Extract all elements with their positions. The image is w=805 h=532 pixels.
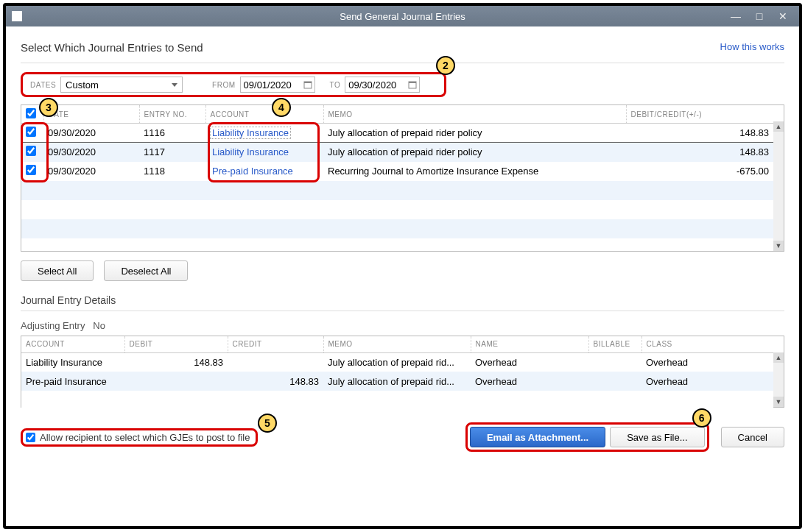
cell-memo: July allocation of prepaid rid... [323, 372, 471, 391]
allow-recipient-row: Allow recipient to select which GJEs to … [21, 428, 258, 447]
annotation-4: 4 [272, 98, 291, 117]
scrollbar[interactable]: ▲ ▼ [773, 121, 784, 251]
col-name[interactable]: NAME [471, 336, 588, 352]
col-class[interactable]: CLASS [641, 336, 773, 352]
cell-amount: -675.00 [626, 162, 773, 181]
cell-billable [588, 372, 641, 391]
annotation-3: 3 [39, 98, 58, 117]
from-date-field[interactable] [240, 77, 315, 93]
maximize-icon[interactable]: □ [750, 10, 768, 23]
table-row[interactable]: 09/30/2020 1116 Liability Insurance July… [21, 124, 773, 143]
save-as-file-button[interactable]: Save as File... [610, 427, 704, 447]
row-checkbox[interactable] [26, 165, 36, 175]
from-label: FROM [208, 81, 239, 89]
annotation-2: 2 [436, 56, 455, 75]
cell-credit: 148.83 [228, 372, 323, 391]
entries-table: DATE ENTRY NO. ACCOUNT MEMO DEBIT/CREDIT… [21, 104, 784, 252]
scroll-up-icon[interactable]: ▲ [773, 121, 784, 132]
table-row[interactable]: Liability Insurance 148.83 July allocati… [21, 352, 773, 372]
table-row[interactable] [21, 391, 773, 410]
account-link[interactable]: Pre-paid Insurance [210, 165, 295, 177]
cell-memo: July allocation of prepaid rider policy [323, 124, 626, 143]
table-row[interactable]: 09/30/2020 1118 Pre-paid Insurance Recur… [21, 162, 773, 181]
col-account[interactable]: ACCOUNT [21, 336, 124, 352]
account-link[interactable]: Liability Insurance [210, 146, 291, 158]
titlebar: Send General Journal Entries — □ ✕ [6, 6, 799, 26]
table-row[interactable] [21, 181, 773, 200]
annotation-6: 6 [692, 408, 711, 428]
page-title: Select Which Journal Entries to Send [21, 41, 784, 54]
cell-class: Overhead [641, 372, 773, 391]
send-buttons-group: Email as Attachment... Save as File... 6 [465, 422, 709, 452]
annotation-5: 5 [258, 414, 277, 433]
cell-memo: July allocation of prepaid rider policy [323, 143, 626, 162]
adj-value: No [93, 320, 105, 331]
table-row[interactable] [21, 219, 773, 238]
close-icon[interactable]: ✕ [774, 10, 792, 23]
svg-rect-1 [304, 82, 312, 83]
to-label: TO [326, 81, 345, 89]
svg-rect-3 [409, 82, 416, 83]
col-credit[interactable]: CREDIT [228, 336, 323, 352]
cell-account: Liability Insurance [21, 352, 124, 372]
cell-date: 09/30/2020 [43, 143, 139, 162]
dates-dropdown[interactable]: Custom [60, 77, 183, 93]
scroll-down-icon[interactable]: ▼ [773, 397, 784, 407]
scrollbar[interactable]: ▲ ▼ [773, 352, 784, 407]
row-checkbox[interactable] [26, 127, 36, 137]
allow-recipient-label: Allow recipient to select which GJEs to … [40, 432, 250, 443]
table-row[interactable]: Pre-paid Insurance 148.83 July allocatio… [21, 372, 773, 391]
cell-debit: 148.83 [124, 352, 228, 372]
adjusting-entry-row: Adjusting Entry No [21, 320, 784, 331]
how-this-works-link[interactable]: How this works [720, 41, 784, 52]
cell-memo: Recurring Journal to Amortize Insurance … [323, 162, 626, 181]
cell-date: 09/30/2020 [43, 162, 139, 181]
cell-debit [124, 372, 228, 391]
col-memo[interactable]: MEMO [323, 105, 626, 124]
table-row[interactable]: 09/30/2020 1117 Liability Insurance July… [21, 143, 773, 162]
col-entry-no[interactable]: ENTRY NO. [139, 105, 205, 124]
select-all-checkbox[interactable] [26, 108, 36, 118]
cell-class: Overhead [641, 352, 773, 372]
cell-amount: 148.83 [626, 124, 773, 143]
cancel-button[interactable]: Cancel [721, 427, 784, 447]
to-date-input[interactable] [345, 79, 406, 91]
cell-entry-no: 1117 [139, 143, 205, 162]
dates-label: DATES [26, 81, 60, 89]
chevron-down-icon [172, 83, 177, 87]
calendar-icon[interactable] [301, 80, 314, 89]
col-debit[interactable]: DEBIT [124, 336, 228, 352]
scroll-up-icon[interactable]: ▲ [773, 352, 784, 363]
details-title: Journal Entry Details [21, 294, 784, 306]
cell-entry-no: 1116 [139, 124, 205, 143]
cell-billable [588, 352, 641, 372]
from-date-input[interactable] [241, 79, 301, 91]
col-debit-credit[interactable]: DEBIT/CREDIT(+/-) [626, 105, 773, 124]
col-account[interactable]: ACCOUNT [205, 105, 323, 124]
details-table: ACCOUNT DEBIT CREDIT MEMO NAME BILLABLE … [21, 336, 784, 408]
account-link[interactable]: Liability Insurance [210, 127, 291, 139]
cell-date: 09/30/2020 [43, 124, 139, 143]
cell-memo: July allocation of prepaid rid... [323, 352, 471, 372]
table-row[interactable] [21, 200, 773, 219]
select-all-button[interactable]: Select All [21, 260, 94, 281]
row-checkbox[interactable] [26, 146, 36, 156]
minimize-icon[interactable]: — [727, 10, 745, 23]
cell-entry-no: 1118 [139, 162, 205, 181]
dates-value: Custom [66, 79, 99, 91]
app-window: Send General Journal Entries — □ ✕ Selec… [3, 3, 802, 529]
cell-amount: 148.83 [626, 143, 773, 162]
allow-recipient-checkbox[interactable] [26, 433, 35, 442]
cell-credit [228, 352, 323, 372]
scroll-down-icon[interactable]: ▼ [773, 241, 784, 251]
deselect-all-button[interactable]: Deselect All [104, 260, 188, 281]
email-as-attachment-button[interactable]: Email as Attachment... [470, 427, 605, 447]
col-memo[interactable]: MEMO [323, 336, 471, 352]
col-billable[interactable]: BILLABLE [588, 336, 641, 352]
calendar-icon[interactable] [406, 80, 419, 89]
window-title: Send General Journal Entries [340, 11, 465, 22]
cell-name: Overhead [471, 372, 588, 391]
date-filter-row: DATES Custom FROM TO [21, 72, 446, 97]
cell-account: Pre-paid Insurance [21, 372, 124, 391]
to-date-field[interactable] [345, 77, 420, 93]
